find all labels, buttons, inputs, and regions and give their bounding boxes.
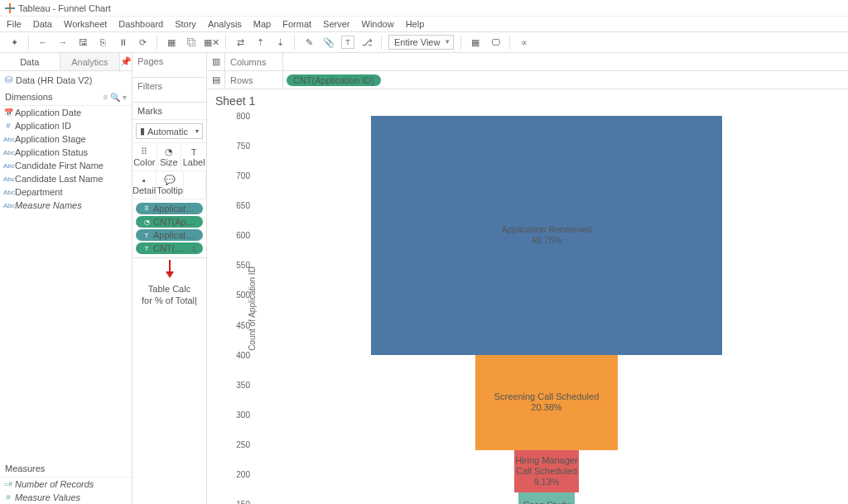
- save-icon[interactable]: 🖫: [75, 35, 90, 50]
- pin-icon[interactable]: 📌: [120, 53, 132, 70]
- back-icon[interactable]: ←: [36, 35, 51, 50]
- window-titlebar: Tableau - Funnel Chart: [0, 0, 848, 17]
- marks-label[interactable]: TLabel: [181, 143, 206, 170]
- menu-server[interactable]: Server: [323, 19, 349, 29]
- fix-axes-icon[interactable]: ⎇: [359, 35, 374, 50]
- size-icon: ◔: [165, 146, 173, 157]
- share-icon[interactable]: ∝: [517, 35, 532, 50]
- dimension-application-status[interactable]: AbcApplication Status: [0, 146, 132, 159]
- data-pane: Data Analytics 📌 ⛁ Data (HR Data V2) Dim…: [0, 53, 132, 504]
- label-toggle-icon[interactable]: T: [341, 36, 354, 49]
- menu-file[interactable]: File: [7, 19, 22, 29]
- bar-label: Hiring Manager Call Scheduled9.13%: [514, 455, 579, 488]
- y-tick: 300: [227, 410, 250, 419]
- pill-icon: T: [142, 231, 151, 239]
- y-tick: 150: [227, 500, 250, 505]
- presentation-icon[interactable]: 🖵: [488, 35, 503, 50]
- pages-shelf[interactable]: Pages: [132, 53, 206, 78]
- forward-icon[interactable]: →: [55, 35, 70, 50]
- y-tick: 350: [227, 380, 250, 389]
- field-type-icon: Abc: [3, 149, 13, 156]
- rows-shelf[interactable]: ▤ Rows CNT(Application ID): [207, 71, 848, 89]
- field-type-icon: =#: [3, 480, 13, 488]
- marks-tooltip[interactable]: 💬Tooltip: [157, 171, 184, 199]
- dimension-application-id[interactable]: #Application ID: [0, 119, 132, 132]
- annotation-arrow-icon: [132, 258, 207, 280]
- columns-shelf[interactable]: ▥ Columns: [207, 53, 848, 71]
- y-tick: 250: [227, 439, 250, 449]
- menu-map[interactable]: Map: [253, 19, 271, 29]
- bar-screening-call-scheduled[interactable]: Screening Call Scheduled20.38%: [475, 355, 618, 450]
- rows-pill[interactable]: CNT(Application ID): [287, 74, 381, 86]
- pill-icon: ◔: [142, 218, 151, 226]
- mark-pill[interactable]: ⠿Application St..: [136, 203, 203, 214]
- tab-data[interactable]: Data: [0, 53, 60, 70]
- chart-area[interactable]: Count of Application ID 1502002503003504…: [207, 113, 848, 504]
- menu-format[interactable]: Format: [282, 19, 311, 29]
- dimension-department[interactable]: AbcDepartment: [0, 185, 132, 199]
- menu-story[interactable]: Story: [175, 19, 196, 29]
- y-tick: 550: [227, 261, 250, 270]
- menu-worksheet[interactable]: Worksheet: [64, 19, 107, 29]
- y-tick: 450: [227, 320, 250, 329]
- pause-icon[interactable]: ⏸: [115, 35, 130, 50]
- y-tick: 650: [227, 201, 250, 210]
- dimension-measure-names[interactable]: AbcMeasure Names: [0, 199, 132, 212]
- tableau-logo-icon: [5, 3, 15, 13]
- y-tick: 500: [227, 290, 250, 300]
- marks-size[interactable]: ◔Size: [157, 143, 182, 170]
- bar-case-study[interactable]: Case Study7.75%: [518, 492, 574, 504]
- marks-color[interactable]: ⠿Color: [132, 143, 157, 170]
- mark-pill[interactable]: TCNT(Applic..△: [136, 242, 203, 254]
- new-worksheet-icon[interactable]: ▦: [164, 35, 179, 50]
- sort-desc-icon[interactable]: ⇣: [272, 35, 287, 50]
- measure-number-of-records[interactable]: =#Number of Records: [0, 478, 132, 491]
- refresh-icon[interactable]: ⟳: [135, 35, 150, 50]
- show-me-icon[interactable]: ▦: [468, 35, 483, 50]
- dimension-candidate-last-name[interactable]: AbcCandidate Last Name: [0, 172, 132, 185]
- new-datasource-icon[interactable]: ⎘: [95, 35, 110, 50]
- menu-help[interactable]: Help: [406, 19, 425, 29]
- group-icon[interactable]: 📎: [321, 35, 336, 50]
- bar-hiring-manager-call-scheduled[interactable]: Hiring Manager Call Scheduled9.13%: [514, 450, 579, 492]
- menu-data[interactable]: Data: [33, 19, 52, 29]
- bar-icon: ▮: [140, 126, 145, 137]
- clear-icon[interactable]: ▦✕: [204, 35, 219, 50]
- duplicate-icon[interactable]: ⿻: [184, 35, 199, 50]
- bar-label: Application Receieved49.75%: [502, 224, 592, 246]
- sort-asc-icon[interactable]: ⇡: [253, 35, 267, 50]
- y-tick: 200: [227, 469, 250, 478]
- field-type-icon: Abc: [3, 189, 13, 196]
- menu-window[interactable]: Window: [362, 19, 394, 29]
- menu-analysis[interactable]: Analysis: [208, 19, 242, 29]
- fit-dropdown[interactable]: Entire View: [388, 35, 454, 50]
- dimension-application-date[interactable]: 📅Application Date: [0, 106, 132, 119]
- annotation-text: Table Calc for % of Total|: [132, 280, 206, 310]
- dimension-candidate-first-name[interactable]: AbcCandidate First Name: [0, 159, 132, 172]
- mark-type-dropdown[interactable]: ▮Automatic ▾: [136, 123, 203, 139]
- window-title: Tableau - Funnel Chart: [18, 3, 111, 13]
- marks-label: Marks: [132, 103, 206, 120]
- tooltip-icon: 💬: [164, 175, 176, 185]
- mark-pill[interactable]: ◔CNT(Applicati..: [136, 216, 203, 228]
- sheet-title[interactable]: Sheet 1: [207, 89, 848, 113]
- highlight-icon[interactable]: ✎: [301, 35, 316, 50]
- mark-pill[interactable]: TApplication St..: [136, 229, 203, 241]
- datasource-row[interactable]: ⛁ Data (HR Data V2): [0, 71, 132, 89]
- filters-shelf[interactable]: Filters: [132, 78, 206, 103]
- field-type-icon: #: [3, 493, 13, 502]
- dimension-application-stage[interactable]: AbcApplication Stage: [0, 132, 132, 146]
- bar-application-receieved[interactable]: Application Receieved49.75%: [371, 116, 723, 355]
- columns-icon: ▥: [207, 53, 225, 70]
- label-icon: T: [191, 147, 197, 157]
- measure-measure-values[interactable]: #Measure Values: [0, 491, 132, 504]
- swap-icon[interactable]: ⇄: [233, 35, 248, 50]
- menu-dashboard[interactable]: Dashboard: [118, 19, 163, 29]
- field-type-icon: Abc: [3, 136, 13, 143]
- marks-detail[interactable]: ▪Detail: [132, 171, 157, 199]
- toolbar: ✦ ← → 🖫 ⎘ ⏸ ⟳ ▦ ⿻ ▦✕ ⇄ ⇡ ⇣ ✎ 📎 T ⎇ Entir…: [0, 31, 848, 53]
- tab-analytics[interactable]: Analytics: [60, 53, 121, 70]
- tableau-icon[interactable]: ✦: [7, 35, 22, 50]
- measures-header: Measures: [0, 460, 132, 478]
- y-tick: 750: [227, 142, 250, 151]
